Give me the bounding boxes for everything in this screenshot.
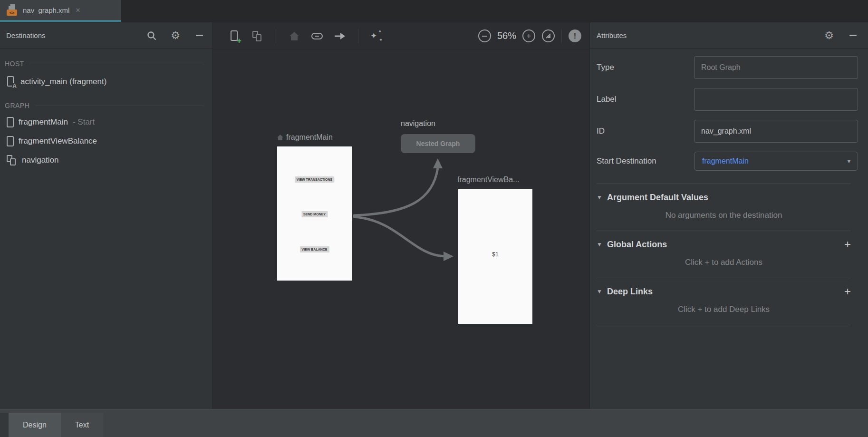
arrowhead-up — [433, 158, 443, 168]
arrowhead-right — [444, 252, 453, 261]
tab-design[interactable]: Design — [9, 413, 61, 437]
start-destination-label: Start Destination — [597, 156, 694, 166]
add-deep-link-icon[interactable]: + — [844, 286, 851, 297]
id-field[interactable] — [694, 120, 858, 143]
no-arguments-hint: No arguments on the destination — [597, 211, 851, 220]
fragment-icon — [7, 136, 14, 146]
collapse-triangle-icon[interactable]: ▼ — [597, 194, 602, 201]
design-toolbar: + ✦ — [213, 22, 589, 50]
design-surface: + ✦ — [213, 22, 589, 409]
hide-panel-icon[interactable] — [847, 30, 858, 41]
fragment-view-balance-preview[interactable]: $1 — [458, 189, 532, 324]
fragment-main-label[interactable]: fragmentMain — [277, 133, 333, 142]
deep-link-icon[interactable] — [311, 30, 323, 42]
dest-item-fragment-view-balance[interactable]: fragmentViewBalance — [0, 132, 212, 151]
attributes-title: Attributes — [597, 31, 627, 39]
bottom-bar-left-notch — [0, 413, 9, 437]
nested-graph-node[interactable]: Nested Graph — [401, 134, 475, 153]
label-label: Label — [597, 95, 694, 104]
destinations-list: HOST A activity_main (fragment) GRAPH — [0, 49, 212, 170]
section-divider — [30, 64, 204, 64]
tab-text[interactable]: Text — [61, 413, 103, 437]
xml-badge-icon: <> — [7, 10, 17, 16]
section-host: HOST — [0, 57, 212, 71]
id-label: ID — [597, 126, 694, 136]
hide-panel-icon[interactable] — [193, 30, 205, 41]
warnings-icon[interactable]: ! — [569, 29, 581, 42]
editor-mode-bar: Design Text — [0, 409, 868, 437]
start-destination-suffix: - Start — [73, 117, 95, 127]
nav-graph-canvas[interactable]: fragmentMain VIEW TRANSACTIONS SEND MONE… — [213, 50, 589, 409]
dest-item-navigation[interactable]: navigation — [0, 151, 212, 170]
preview-button: VIEW BALANCE — [299, 246, 329, 252]
attributes-header: Attributes ⚙ — [590, 22, 868, 49]
dest-item-activity-main[interactable]: A activity_main (fragment) — [0, 71, 212, 93]
section-divider — [35, 106, 204, 106]
type-row: Type — [590, 56, 868, 79]
preview-button: VIEW TRANSACTIONS — [295, 176, 334, 183]
tab-title: nav_graph.xml — [23, 6, 69, 14]
toolbar-separator — [561, 29, 562, 43]
add-action-arrow-icon[interactable] — [334, 30, 346, 42]
type-field[interactable] — [694, 56, 858, 79]
nav-graph-file-icon: <> — [7, 4, 18, 16]
dest-item-fragment-main[interactable]: fragmentMain - Start — [0, 113, 212, 132]
zoom-in-icon[interactable]: + — [522, 29, 535, 42]
deep-links-section: ▼ Deep Links + Click + to add Deep Links — [597, 278, 851, 325]
action-arrows[interactable] — [353, 155, 458, 264]
action-to-nested-graph[interactable] — [354, 168, 438, 215]
close-tab-icon[interactable]: ✕ — [75, 7, 80, 14]
start-destination-dropdown[interactable]: fragmentMain ▼ — [694, 152, 858, 171]
navigation-group-label[interactable]: navigation — [401, 119, 435, 128]
start-destination-row: Start Destination fragmentMain ▼ — [590, 152, 868, 171]
action-to-view-balance[interactable] — [354, 217, 444, 256]
zoom-out-icon[interactable] — [478, 29, 491, 42]
toolbar-separator — [276, 29, 276, 43]
label-field[interactable] — [694, 88, 858, 111]
fragment-icon — [7, 117, 14, 127]
label-row: Label — [590, 88, 868, 111]
main-area: Destinations ⚙ HOST A — [0, 22, 868, 409]
tab-nav-graph[interactable]: <> nav_graph.xml ✕ — [0, 0, 121, 22]
section-graph: GRAPH — [0, 98, 212, 113]
new-destination-icon[interactable]: + — [229, 30, 241, 42]
argument-default-values-section: ▼ Argument Default Values No arguments o… — [597, 184, 851, 231]
activity-icon: A — [7, 76, 16, 87]
zoom-to-fit-icon[interactable] — [542, 29, 555, 42]
attributes-panel: Attributes ⚙ Type Label ID — [589, 22, 868, 409]
add-global-action-icon[interactable]: + — [844, 239, 851, 250]
destinations-title: Destinations — [6, 31, 46, 39]
auto-arrange-sparkles-icon[interactable]: ✦ ✦ ✦ — [370, 30, 383, 42]
gear-icon[interactable]: ⚙ — [823, 30, 835, 41]
collapse-triangle-icon[interactable]: ▼ — [597, 241, 602, 248]
zoom-level: 56% — [497, 30, 516, 41]
toolbar-separator — [358, 29, 358, 43]
add-deep-links-hint: Click + to add Deep Links — [597, 305, 851, 314]
id-row: ID — [590, 120, 868, 143]
search-icon[interactable] — [146, 30, 157, 41]
type-label: Type — [597, 63, 694, 72]
new-nested-graph-icon[interactable] — [251, 30, 264, 42]
attributes-body: Type Label ID Start Destination fragment… — [590, 49, 868, 325]
android-studio-nav-editor: <> nav_graph.xml ✕ Destinations ⚙ H — [0, 0, 868, 437]
preview-button: SEND MONEY — [301, 211, 328, 217]
global-actions-section: ▼ Global Actions + Click + to add Action… — [597, 231, 851, 278]
destinations-panel: Destinations ⚙ HOST A — [0, 22, 213, 409]
gear-icon[interactable]: ⚙ — [170, 30, 181, 41]
editor-tab-bar: <> nav_graph.xml ✕ — [0, 0, 868, 22]
section-divider — [597, 325, 851, 325]
nested-graph-icon — [7, 155, 17, 166]
fragment-view-balance-label[interactable]: fragmentViewBa... — [457, 175, 519, 184]
fragment-main-preview[interactable]: VIEW TRANSACTIONS SEND MONEY VIEW BALANC… — [277, 146, 352, 281]
attribute-sections: ▼ Argument Default Values No arguments o… — [590, 184, 868, 325]
assign-start-home-icon[interactable] — [288, 30, 300, 42]
destinations-header: Destinations ⚙ — [0, 22, 212, 49]
start-destination-home-icon — [277, 135, 283, 140]
collapse-triangle-icon[interactable]: ▼ — [597, 288, 602, 295]
add-actions-hint: Click + to add Actions — [597, 258, 851, 267]
chevron-down-icon: ▼ — [846, 158, 852, 165]
balance-text: $1 — [458, 251, 532, 258]
